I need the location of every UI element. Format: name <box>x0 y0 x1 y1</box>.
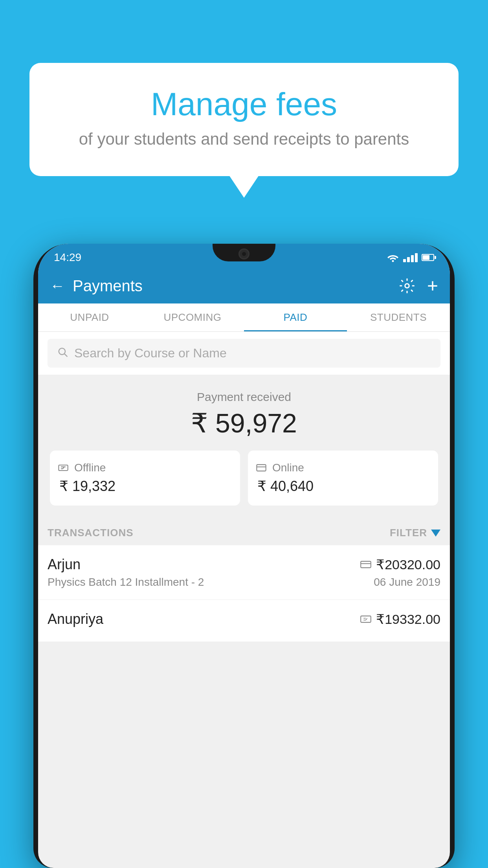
tab-students[interactable]: STUDENTS <box>347 303 450 331</box>
transactions-list: Arjun ₹20320.00 Physics Batch 12 Install… <box>38 545 450 642</box>
card-icon <box>256 462 267 473</box>
online-card: Online ₹ 40,640 <box>248 451 438 506</box>
transaction-amount-wrap: ₹20320.00 <box>360 557 440 572</box>
transaction-top: Anupriya ₹19332.00 <box>48 611 440 627</box>
battery-icon <box>422 254 434 261</box>
transaction-row[interactable]: Anupriya ₹19332.00 <box>38 600 450 642</box>
search-container: Search by Course or Name <box>38 332 450 375</box>
bubble-title: Manage fees <box>61 86 427 122</box>
online-card-header: Online <box>256 462 430 474</box>
transaction-course: Physics Batch 12 Installment - 2 <box>48 576 204 588</box>
filter-triangle-icon <box>431 530 440 537</box>
status-time: 14:29 <box>54 251 81 264</box>
tab-unpaid[interactable]: UNPAID <box>38 303 141 331</box>
transaction-amount: ₹19332.00 <box>376 611 440 627</box>
transaction-amount-wrap: ₹19332.00 <box>360 611 440 627</box>
phone-notch <box>213 244 275 261</box>
transaction-name: Anupriya <box>48 611 103 627</box>
back-button[interactable]: ← <box>50 278 65 294</box>
phone-screen: 14:29 <box>38 244 450 868</box>
svg-rect-7 <box>361 561 371 568</box>
offline-card-header: Offline <box>58 462 232 474</box>
svg-point-0 <box>392 260 394 262</box>
add-button[interactable]: + <box>427 276 438 295</box>
search-bar[interactable]: Search by Course or Name <box>48 339 440 368</box>
payment-summary: Payment received ₹ 59,972 Offline ₹ 19,3… <box>38 375 450 517</box>
payment-cards: Offline ₹ 19,332 Online ₹ 40,640 <box>50 451 438 506</box>
transaction-top: Arjun ₹20320.00 <box>48 556 440 573</box>
search-placeholder: Search by Course or Name <box>74 346 227 360</box>
speech-bubble: Manage fees of your students and send re… <box>29 63 459 176</box>
transaction-amount: ₹20320.00 <box>376 557 440 572</box>
transactions-label: TRANSACTIONS <box>48 527 134 539</box>
gear-icon[interactable] <box>399 278 415 294</box>
wifi-icon <box>387 253 399 262</box>
phone-frame: 14:29 <box>33 244 455 868</box>
transaction-date: 06 June 2019 <box>374 576 440 588</box>
tabs-bar: UNPAID UPCOMING PAID STUDENTS <box>38 303 450 332</box>
payment-amount: ₹ 59,972 <box>50 408 438 439</box>
search-icon <box>57 346 68 360</box>
payment-received-label: Payment received <box>50 390 438 404</box>
svg-rect-5 <box>257 465 266 471</box>
filter-button[interactable]: FILTER <box>390 527 440 539</box>
transaction-name: Arjun <box>48 556 81 573</box>
svg-line-3 <box>64 354 67 356</box>
card-icon-small <box>360 560 371 569</box>
transaction-bottom: Physics Batch 12 Installment - 2 06 June… <box>48 576 440 588</box>
tab-paid[interactable]: PAID <box>244 303 347 331</box>
transaction-row[interactable]: Arjun ₹20320.00 Physics Batch 12 Install… <box>38 545 450 600</box>
svg-rect-9 <box>361 616 371 622</box>
bubble-subtitle: of your students and send receipts to pa… <box>61 130 427 149</box>
status-icons <box>387 253 434 262</box>
rupee-note-icon <box>58 462 69 473</box>
phone-camera <box>238 248 250 259</box>
rupee-icon-small <box>360 615 371 623</box>
offline-card: Offline ₹ 19,332 <box>50 451 240 506</box>
online-amount: ₹ 40,640 <box>256 478 430 495</box>
signal-bars <box>403 253 418 262</box>
app-bar-icons: + <box>399 276 438 295</box>
transactions-header: TRANSACTIONS FILTER <box>38 517 450 545</box>
tab-upcoming[interactable]: UPCOMING <box>141 303 244 331</box>
svg-point-1 <box>405 284 409 288</box>
app-bar-title: Payments <box>73 277 391 295</box>
offline-amount: ₹ 19,332 <box>58 478 232 495</box>
app-bar: ← Payments + <box>38 268 450 303</box>
